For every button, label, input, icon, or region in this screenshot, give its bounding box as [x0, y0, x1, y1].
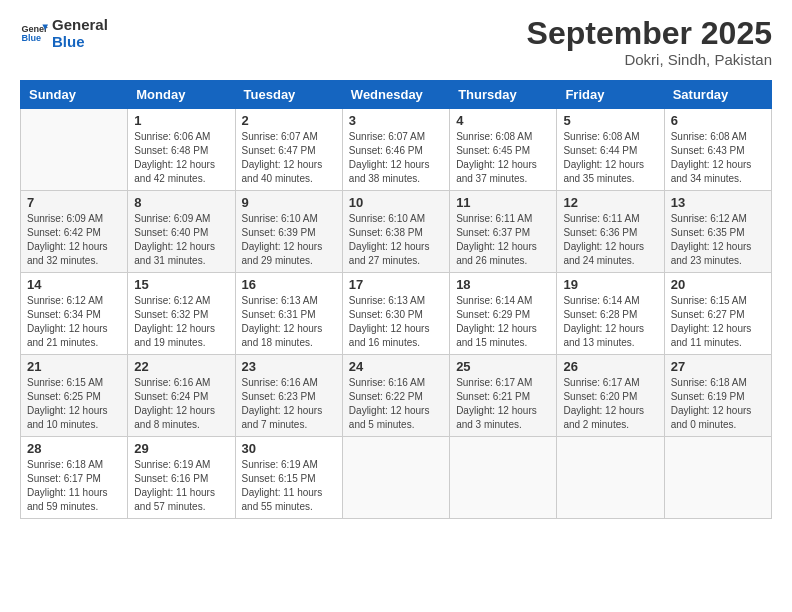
main-title: September 2025	[527, 16, 772, 51]
calendar-week-3: 14Sunrise: 6:12 AM Sunset: 6:34 PM Dayli…	[21, 273, 772, 355]
calendar-cell: 21Sunrise: 6:15 AM Sunset: 6:25 PM Dayli…	[21, 355, 128, 437]
calendar-cell	[557, 437, 664, 519]
day-info: Sunrise: 6:09 AM Sunset: 6:42 PM Dayligh…	[27, 212, 121, 268]
calendar-cell: 28Sunrise: 6:18 AM Sunset: 6:17 PM Dayli…	[21, 437, 128, 519]
logo-line1: General	[52, 16, 108, 33]
calendar-cell: 25Sunrise: 6:17 AM Sunset: 6:21 PM Dayli…	[450, 355, 557, 437]
header-cell-wednesday: Wednesday	[342, 81, 449, 109]
day-number: 8	[134, 195, 228, 210]
day-number: 26	[563, 359, 657, 374]
calendar-cell: 17Sunrise: 6:13 AM Sunset: 6:30 PM Dayli…	[342, 273, 449, 355]
day-info: Sunrise: 6:18 AM Sunset: 6:19 PM Dayligh…	[671, 376, 765, 432]
calendar-cell: 18Sunrise: 6:14 AM Sunset: 6:29 PM Dayli…	[450, 273, 557, 355]
day-number: 13	[671, 195, 765, 210]
day-info: Sunrise: 6:11 AM Sunset: 6:37 PM Dayligh…	[456, 212, 550, 268]
day-number: 21	[27, 359, 121, 374]
calendar-cell	[21, 109, 128, 191]
svg-text:Blue: Blue	[21, 34, 41, 44]
page: General Blue General Blue September 2025…	[0, 0, 792, 612]
calendar-cell: 19Sunrise: 6:14 AM Sunset: 6:28 PM Dayli…	[557, 273, 664, 355]
logo-icon: General Blue	[20, 19, 48, 47]
day-info: Sunrise: 6:07 AM Sunset: 6:47 PM Dayligh…	[242, 130, 336, 186]
day-number: 25	[456, 359, 550, 374]
day-number: 14	[27, 277, 121, 292]
calendar-cell: 16Sunrise: 6:13 AM Sunset: 6:31 PM Dayli…	[235, 273, 342, 355]
day-number: 6	[671, 113, 765, 128]
day-number: 17	[349, 277, 443, 292]
calendar-cell: 10Sunrise: 6:10 AM Sunset: 6:38 PM Dayli…	[342, 191, 449, 273]
header-cell-thursday: Thursday	[450, 81, 557, 109]
day-number: 10	[349, 195, 443, 210]
day-info: Sunrise: 6:12 AM Sunset: 6:32 PM Dayligh…	[134, 294, 228, 350]
calendar-week-1: 1Sunrise: 6:06 AM Sunset: 6:48 PM Daylig…	[21, 109, 772, 191]
header-cell-saturday: Saturday	[664, 81, 771, 109]
header-cell-friday: Friday	[557, 81, 664, 109]
day-info: Sunrise: 6:08 AM Sunset: 6:45 PM Dayligh…	[456, 130, 550, 186]
day-info: Sunrise: 6:16 AM Sunset: 6:24 PM Dayligh…	[134, 376, 228, 432]
day-info: Sunrise: 6:17 AM Sunset: 6:21 PM Dayligh…	[456, 376, 550, 432]
day-info: Sunrise: 6:12 AM Sunset: 6:35 PM Dayligh…	[671, 212, 765, 268]
day-info: Sunrise: 6:19 AM Sunset: 6:16 PM Dayligh…	[134, 458, 228, 514]
day-info: Sunrise: 6:13 AM Sunset: 6:30 PM Dayligh…	[349, 294, 443, 350]
day-info: Sunrise: 6:10 AM Sunset: 6:39 PM Dayligh…	[242, 212, 336, 268]
day-info: Sunrise: 6:17 AM Sunset: 6:20 PM Dayligh…	[563, 376, 657, 432]
day-number: 27	[671, 359, 765, 374]
subtitle: Dokri, Sindh, Pakistan	[527, 51, 772, 68]
day-info: Sunrise: 6:13 AM Sunset: 6:31 PM Dayligh…	[242, 294, 336, 350]
header-cell-sunday: Sunday	[21, 81, 128, 109]
calendar-week-4: 21Sunrise: 6:15 AM Sunset: 6:25 PM Dayli…	[21, 355, 772, 437]
day-number: 23	[242, 359, 336, 374]
day-number: 9	[242, 195, 336, 210]
day-number: 3	[349, 113, 443, 128]
calendar-cell: 14Sunrise: 6:12 AM Sunset: 6:34 PM Dayli…	[21, 273, 128, 355]
calendar-cell	[450, 437, 557, 519]
day-info: Sunrise: 6:19 AM Sunset: 6:15 PM Dayligh…	[242, 458, 336, 514]
day-info: Sunrise: 6:08 AM Sunset: 6:44 PM Dayligh…	[563, 130, 657, 186]
calendar-table: SundayMondayTuesdayWednesdayThursdayFrid…	[20, 80, 772, 519]
day-number: 11	[456, 195, 550, 210]
calendar-cell	[664, 437, 771, 519]
day-number: 2	[242, 113, 336, 128]
day-number: 30	[242, 441, 336, 456]
calendar-cell: 29Sunrise: 6:19 AM Sunset: 6:16 PM Dayli…	[128, 437, 235, 519]
calendar-cell: 11Sunrise: 6:11 AM Sunset: 6:37 PM Dayli…	[450, 191, 557, 273]
day-info: Sunrise: 6:18 AM Sunset: 6:17 PM Dayligh…	[27, 458, 121, 514]
day-number: 28	[27, 441, 121, 456]
day-info: Sunrise: 6:06 AM Sunset: 6:48 PM Dayligh…	[134, 130, 228, 186]
day-number: 29	[134, 441, 228, 456]
calendar-cell: 15Sunrise: 6:12 AM Sunset: 6:32 PM Dayli…	[128, 273, 235, 355]
calendar-cell: 13Sunrise: 6:12 AM Sunset: 6:35 PM Dayli…	[664, 191, 771, 273]
day-info: Sunrise: 6:11 AM Sunset: 6:36 PM Dayligh…	[563, 212, 657, 268]
day-number: 1	[134, 113, 228, 128]
calendar-cell: 9Sunrise: 6:10 AM Sunset: 6:39 PM Daylig…	[235, 191, 342, 273]
calendar-week-5: 28Sunrise: 6:18 AM Sunset: 6:17 PM Dayli…	[21, 437, 772, 519]
day-info: Sunrise: 6:16 AM Sunset: 6:22 PM Dayligh…	[349, 376, 443, 432]
day-number: 16	[242, 277, 336, 292]
calendar-cell: 26Sunrise: 6:17 AM Sunset: 6:20 PM Dayli…	[557, 355, 664, 437]
calendar-cell: 20Sunrise: 6:15 AM Sunset: 6:27 PM Dayli…	[664, 273, 771, 355]
header-row: SundayMondayTuesdayWednesdayThursdayFrid…	[21, 81, 772, 109]
header: General Blue General Blue September 2025…	[20, 16, 772, 68]
calendar-cell: 2Sunrise: 6:07 AM Sunset: 6:47 PM Daylig…	[235, 109, 342, 191]
day-number: 19	[563, 277, 657, 292]
calendar-cell: 6Sunrise: 6:08 AM Sunset: 6:43 PM Daylig…	[664, 109, 771, 191]
logo-line2: Blue	[52, 33, 108, 50]
calendar-cell: 12Sunrise: 6:11 AM Sunset: 6:36 PM Dayli…	[557, 191, 664, 273]
day-number: 18	[456, 277, 550, 292]
logo: General Blue General Blue	[20, 16, 108, 51]
calendar-cell: 24Sunrise: 6:16 AM Sunset: 6:22 PM Dayli…	[342, 355, 449, 437]
calendar-cell: 23Sunrise: 6:16 AM Sunset: 6:23 PM Dayli…	[235, 355, 342, 437]
day-number: 5	[563, 113, 657, 128]
day-info: Sunrise: 6:14 AM Sunset: 6:28 PM Dayligh…	[563, 294, 657, 350]
title-block: September 2025 Dokri, Sindh, Pakistan	[527, 16, 772, 68]
day-info: Sunrise: 6:09 AM Sunset: 6:40 PM Dayligh…	[134, 212, 228, 268]
header-cell-tuesday: Tuesday	[235, 81, 342, 109]
day-number: 15	[134, 277, 228, 292]
day-info: Sunrise: 6:14 AM Sunset: 6:29 PM Dayligh…	[456, 294, 550, 350]
calendar-cell: 4Sunrise: 6:08 AM Sunset: 6:45 PM Daylig…	[450, 109, 557, 191]
header-cell-monday: Monday	[128, 81, 235, 109]
calendar-cell: 30Sunrise: 6:19 AM Sunset: 6:15 PM Dayli…	[235, 437, 342, 519]
day-info: Sunrise: 6:16 AM Sunset: 6:23 PM Dayligh…	[242, 376, 336, 432]
calendar-cell: 8Sunrise: 6:09 AM Sunset: 6:40 PM Daylig…	[128, 191, 235, 273]
calendar-cell: 1Sunrise: 6:06 AM Sunset: 6:48 PM Daylig…	[128, 109, 235, 191]
